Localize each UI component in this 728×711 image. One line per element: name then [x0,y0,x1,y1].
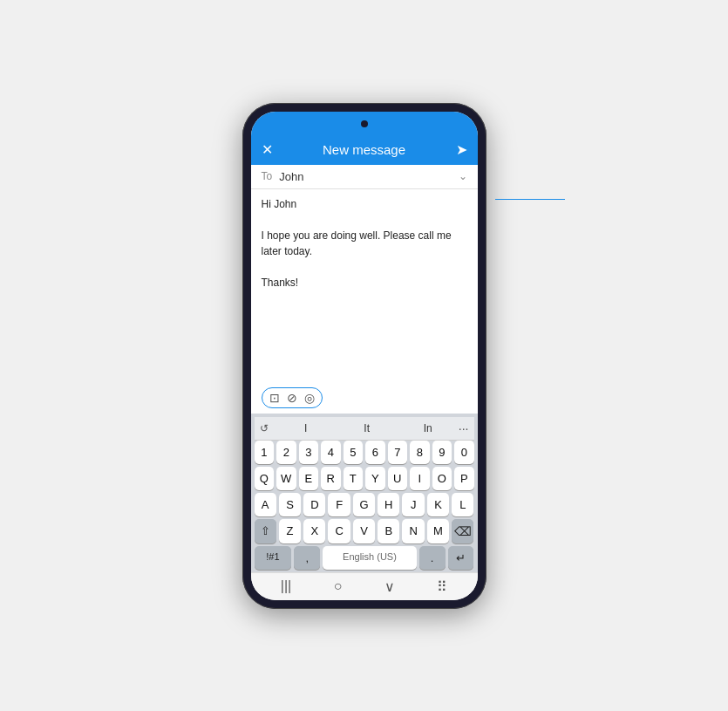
key-q[interactable]: Q [255,467,275,490]
enter-key[interactable]: ↵ [448,546,474,570]
key-u[interactable]: U [388,467,408,490]
apps-icon[interactable]: ⠿ [437,578,447,595]
menu-icon[interactable]: ||| [281,578,291,594]
zxcv-row: ⇧ Z X C V B N M ⌫ [255,519,474,544]
key-e[interactable]: E [299,467,319,490]
key-5[interactable]: 5 [344,441,364,464]
delete-key[interactable]: ⌫ [452,519,473,544]
suggestion-in[interactable]: In [398,420,459,436]
key-v[interactable]: V [353,519,375,544]
key-8[interactable]: 8 [410,441,430,464]
key-n[interactable]: N [402,519,424,544]
key-f[interactable]: F [328,493,350,516]
key-a[interactable]: A [255,493,276,516]
camera-dot [361,120,368,127]
number-row: 1 2 3 4 5 6 7 8 9 0 [255,441,474,464]
attachment-button-group: ⊡ ⊘ ◎ [262,387,323,408]
space-row: !#1 , English (US) . ↵ [255,546,474,570]
to-field[interactable]: To John ⌄ [251,165,478,189]
key-s[interactable]: S [279,493,301,516]
annotation-line-bar [495,199,565,200]
status-bar [251,112,478,136]
asdf-row: A S D F G H J K L [255,493,474,516]
key-3[interactable]: 3 [299,441,319,464]
chevron-down-icon[interactable]: ⌄ [459,170,467,182]
key-d[interactable]: D [303,493,325,516]
key-x[interactable]: X [303,519,325,544]
back-icon[interactable]: ∨ [384,578,395,595]
key-g[interactable]: G [353,493,375,516]
phone-frame: ✕ New message ➤ To John ⌄ Hi John I hope… [242,103,486,609]
to-value: John [279,170,458,183]
key-c[interactable]: C [328,519,350,544]
suggestions-row: ↺ I It In ··· [255,417,474,441]
key-0[interactable]: 0 [454,441,474,464]
message-header: ✕ New message ➤ [251,136,478,165]
key-p[interactable]: P [454,467,474,490]
key-z[interactable]: Z [279,519,301,544]
key-7[interactable]: 7 [388,441,408,464]
message-body[interactable]: Hi John I hope you are doing well. Pleas… [251,189,478,382]
key-y[interactable]: Y [365,467,385,490]
send-icon[interactable]: ➤ [456,141,467,158]
period-key[interactable]: . [419,546,446,570]
suggestion-i[interactable]: I [276,420,337,436]
message-line3: Thanks! [262,275,467,291]
key-t[interactable]: T [344,467,364,490]
key-9[interactable]: 9 [432,441,452,464]
key-j[interactable]: J [402,493,424,516]
message-line1: Hi John [262,196,467,212]
key-h[interactable]: H [378,493,399,516]
key-i[interactable]: I [410,467,430,490]
home-icon[interactable]: ○ [334,578,343,594]
key-1[interactable]: 1 [255,441,275,464]
camera-icon[interactable]: ◎ [304,391,315,405]
refresh-icon[interactable]: ↺ [260,422,269,434]
qwerty-row: Q W E R T Y U I O P [255,467,474,490]
keyboard: ↺ I It In ··· 1 2 3 4 5 6 7 8 9 [251,414,478,572]
key-m[interactable]: M [427,519,449,544]
suggestion-it[interactable]: It [337,420,398,436]
shift-key[interactable]: ⇧ [255,519,276,544]
attachment-bar: ⊡ ⊘ ◎ [251,382,478,414]
comma-key[interactable]: , [294,546,320,570]
key-4[interactable]: 4 [321,441,341,464]
space-key[interactable]: English (US) [323,546,417,570]
key-2[interactable]: 2 [276,441,296,464]
suggestion-more-icon[interactable]: ··· [459,421,469,435]
page-title: New message [273,142,456,157]
key-6[interactable]: 6 [365,441,385,464]
special-key[interactable]: !#1 [255,546,292,570]
phone-wrapper: ✕ New message ➤ To John ⌄ Hi John I hope… [242,103,486,609]
key-o[interactable]: O [432,467,452,490]
close-icon[interactable]: ✕ [262,141,273,158]
key-b[interactable]: B [378,519,399,544]
phone-screen: ✕ New message ➤ To John ⌄ Hi John I hope… [251,112,478,600]
key-w[interactable]: W [276,467,296,490]
annotation-line [495,199,565,200]
key-l[interactable]: L [452,493,473,516]
to-label: To [262,170,273,182]
bottom-nav: ||| ○ ∨ ⠿ [251,572,478,600]
paperclip-icon[interactable]: ⊘ [287,391,297,405]
message-line2: I hope you are doing well. Please call m… [262,228,467,259]
calendar-icon[interactable]: ⊡ [269,391,280,405]
key-k[interactable]: K [427,493,449,516]
key-r[interactable]: R [321,467,341,490]
